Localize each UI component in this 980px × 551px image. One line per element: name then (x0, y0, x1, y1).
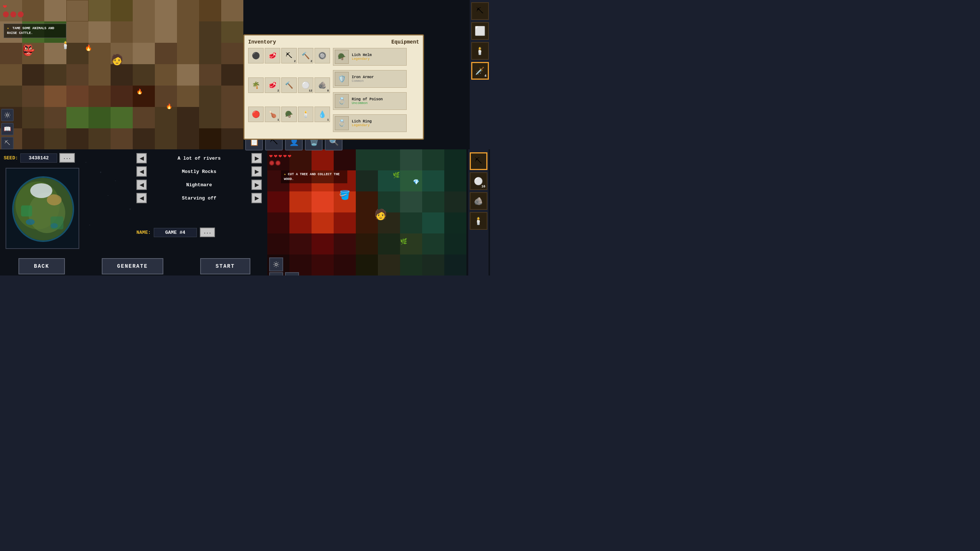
world-map (6, 168, 79, 249)
equip-icon-sprite-2: 💍 (338, 97, 346, 105)
book-icon: 📖 (4, 126, 11, 133)
inv-icon-3: 🔨 (302, 52, 310, 60)
inv-cell-9[interactable]: 🪨8 (315, 78, 330, 93)
inv-cell-10[interactable]: 🔴 (248, 107, 264, 122)
setting-value-3: Starving off (172, 196, 227, 201)
quest-text-left: TAME SOME ANIMALS AND RAISE CATTLE. (7, 27, 54, 35)
right-sidebar-empty-item[interactable]: 🪨 (470, 192, 487, 210)
inv-cell-14[interactable]: 💧1 (315, 107, 330, 122)
inv-count-2: 2 (294, 59, 296, 63)
inv-icon-1: 🥩 (269, 52, 277, 60)
svg-point-5 (30, 183, 52, 198)
setting-value-0: A lot of rivers (172, 156, 227, 161)
inv-cell-4[interactable]: 🔘 (315, 48, 330, 64)
right-quest-box: ★ CUT A TREE AND COLLECT THE WOOD. (281, 170, 347, 183)
right-heart-5: ❤ (288, 152, 292, 160)
equip-name-3: Lich Ring (352, 119, 405, 124)
right-sidebar-torch-item-b[interactable]: 🕯️ (470, 212, 487, 230)
game-world-right: 🧑 🪣 🌿 🌿 💎 (267, 150, 468, 276)
inv-cell-13[interactable]: 🕯️ (298, 107, 313, 122)
equip-item-3[interactable]: 💍 Lich Ring Legendary (333, 114, 407, 132)
inv-icon-7: 🔨 (285, 81, 293, 89)
equip-name-0: Lich Helm (352, 53, 405, 57)
equip-item-1[interactable]: 🛡️ Iron Armor Common (333, 70, 407, 88)
sidebar-pickaxe-item[interactable]: ⛏ (471, 2, 489, 20)
inv-cell-7[interactable]: 🔨 (281, 78, 297, 93)
start-button[interactable]: START (200, 258, 250, 274)
name-dots-button[interactable]: ... (200, 228, 215, 237)
inv-cell-0[interactable]: ⚫ (248, 48, 264, 64)
right-book-button[interactable]: 📖 (269, 272, 283, 276)
sidebar-torch-icon: 🕯️ (475, 46, 484, 56)
right-quest-text: CUT A TREE AND COLLECT THE WOOD. (284, 173, 340, 181)
inventory-grid: ⚫ 🥩 ⛏2 🔨2 🔘 🌴 🥩2 🔨 ⚪12 🪨8 🔴 🍗1 🪖 🕯️ 💧1 (248, 48, 330, 135)
orb-1 (3, 11, 9, 18)
setting-left-btn-1[interactable]: ◀ (137, 166, 147, 177)
right-hud-orbs (269, 161, 281, 166)
inv-cell-11[interactable]: 🍗1 (265, 107, 280, 122)
setting-left-btn-0[interactable]: ◀ (137, 153, 147, 163)
setting-right-btn-0[interactable]: ▶ (251, 153, 262, 163)
settings-button[interactable] (1, 109, 14, 121)
setting-row-3: ◀ Starving off ▶ (137, 193, 262, 203)
right-hud-hearts: ❤ ❤ ❤ ❤ ❤ (269, 152, 291, 160)
barrel-sprite: 🪣 (339, 190, 350, 201)
sidebar-torch-item[interactable]: 🕯️ (471, 42, 489, 60)
inv-count-3: 2 (310, 59, 312, 63)
inv-cell-3[interactable]: 🔨2 (298, 48, 313, 64)
setting-right-btn-2[interactable]: ▶ (251, 180, 262, 190)
inv-cell-5[interactable]: 🌴 (248, 78, 264, 93)
svg-point-0 (6, 114, 8, 116)
world-settings: ◀ A lot of rivers ▶ ◀ Mostly Rocks ▶ ◀ N… (137, 153, 262, 206)
seed-value[interactable]: 3438142 (20, 153, 57, 162)
inv-count-9: 8 (327, 89, 329, 92)
setting-right-btn-3[interactable]: ▶ (251, 193, 262, 203)
right-sidebar-stone-count: 16 (482, 185, 485, 188)
seed-dots-button[interactable]: ... (59, 153, 75, 162)
equip-icon-1: 🛡️ (335, 72, 349, 86)
quest-star-left: ★ (7, 27, 9, 30)
right-sidebar-torch-icon-b: 🕯️ (474, 217, 483, 226)
pickaxe-button-left[interactable]: ⛏ (1, 137, 14, 150)
setting-left-btn-3[interactable]: ◀ (137, 193, 147, 203)
right-sidebar-bottom: ⛏ ⚪ 16 🪨 🕯️ (468, 150, 488, 276)
orb-2 (10, 11, 16, 18)
inv-icon-2: ⛏ (286, 52, 293, 60)
right-sidebar-sword-item[interactable]: ⛏ (470, 152, 487, 170)
name-value[interactable]: GAME #4 (154, 228, 197, 237)
right-settings-button[interactable] (269, 258, 283, 271)
player-sprite-right: 🧑 (374, 209, 387, 221)
sidebar-sword-item[interactable]: 🗡️ 4 (471, 62, 489, 80)
right-action-bar: 📖 ⛏ (269, 272, 299, 276)
inv-cell-2[interactable]: ⛏2 (281, 48, 297, 64)
inv-cell-12[interactable]: 🪖 (281, 107, 297, 122)
inv-cell-1[interactable]: 🥩 (265, 48, 280, 64)
inv-icon-4: 🔘 (318, 52, 326, 60)
setting-left-btn-2[interactable]: ◀ (137, 180, 147, 190)
svg-point-11 (51, 223, 58, 228)
back-button[interactable]: BACK (18, 258, 65, 274)
star-deco-4: · (107, 194, 109, 197)
svg-rect-7 (21, 205, 32, 217)
inv-count-6: 2 (277, 89, 279, 92)
sidebar-sword-count: 4 (484, 74, 486, 78)
name-row: NAME: GAME #4 ... (137, 228, 215, 237)
generate-button[interactable]: GENERATE (102, 258, 163, 274)
right-quest-star: ★ (284, 173, 288, 176)
equipment-title: Equipment (391, 39, 419, 45)
setting-right-btn-1[interactable]: ▶ (251, 166, 262, 177)
equip-item-0[interactable]: 🪖 Lich Helm Legendary (333, 48, 407, 66)
crystal-sprite: 💎 (413, 179, 419, 185)
book-button[interactable]: 📖 (1, 123, 14, 135)
inv-cell-8[interactable]: ⚪12 (298, 78, 313, 93)
right-sidebar-stone-item[interactable]: ⚪ 16 (470, 172, 487, 190)
equip-name-2: Ring of Poison (352, 97, 405, 102)
inv-count-8: 12 (309, 89, 312, 92)
right-sidebar-top: ⛏ ⬜ 🕯️ 🗡️ 4 (470, 0, 490, 150)
right-pickaxe-button[interactable]: ⛏ (285, 272, 299, 276)
star-deco-6: * (129, 209, 131, 212)
equip-item-2[interactable]: 💍 Ring of Poison Uncommon (333, 92, 407, 110)
inv-icon-6: 🥩 (269, 81, 277, 89)
inv-cell-6[interactable]: 🥩2 (265, 78, 280, 93)
sidebar-block-item[interactable]: ⬜ (471, 22, 489, 40)
